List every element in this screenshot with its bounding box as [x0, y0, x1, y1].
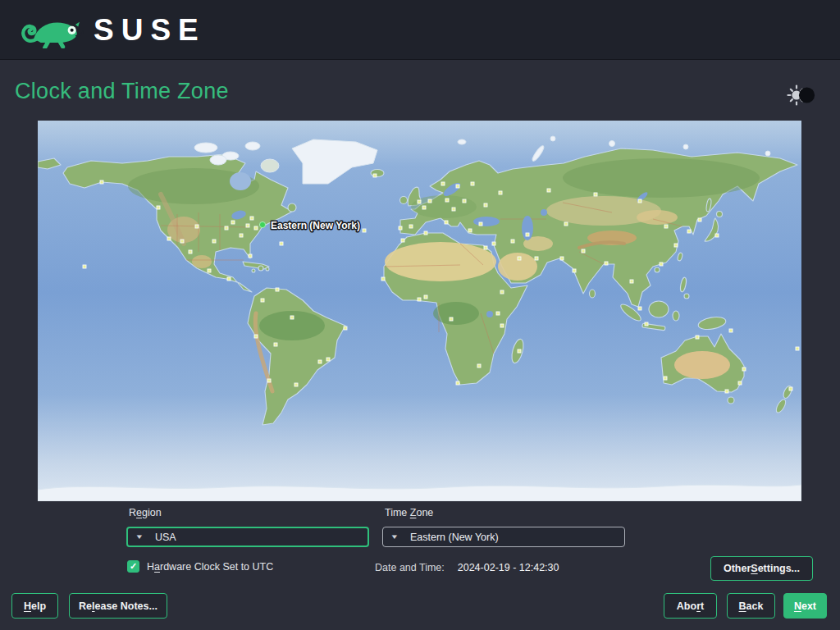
- help-button[interactable]: Help: [11, 593, 58, 619]
- chevron-down-icon: ▼: [135, 533, 144, 541]
- timezone-label: Time Zone: [385, 507, 433, 518]
- datetime-value: 2024-02-19 - 12:42:30: [458, 562, 559, 573]
- timezone-map[interactable]: Eastern (New York): [38, 121, 801, 501]
- timezone-select[interactable]: ▼ Eastern (New York): [382, 527, 625, 547]
- abort-button[interactable]: Abort: [664, 593, 717, 619]
- installer-window: SUSE Clock and Time Zone: [0, 0, 840, 630]
- sun-moon-icon: [787, 84, 818, 107]
- other-settings-button[interactable]: Other Settings...: [710, 556, 813, 581]
- chevron-down-icon: ▼: [390, 533, 399, 541]
- datetime-label: Date and Time:: [375, 562, 445, 573]
- suse-chameleon-icon: [21, 11, 84, 48]
- page-title: Clock and Time Zone: [15, 79, 229, 104]
- timezone-value: Eastern (New York): [410, 532, 499, 543]
- check-icon: ✓: [130, 562, 137, 571]
- selected-zone-dot: [259, 221, 265, 227]
- region-value: USA: [155, 532, 176, 543]
- next-button[interactable]: Next: [783, 593, 827, 619]
- hardware-clock-checkbox[interactable]: ✓: [127, 560, 139, 573]
- back-button[interactable]: Back: [727, 593, 775, 619]
- top-bar: SUSE: [0, 0, 840, 60]
- datetime-row: Date and Time: 2024-02-19 - 12:42:30: [375, 562, 559, 573]
- world-map[interactable]: Eastern (New York): [38, 121, 801, 501]
- release-notes-button[interactable]: Release Notes...: [69, 593, 167, 619]
- brand-wordmark: SUSE: [94, 15, 206, 45]
- hardware-clock-row: ✓ Hardware Clock Set to UTC: [127, 560, 273, 573]
- region-label: Region: [129, 507, 162, 518]
- region-select[interactable]: ▼ USA: [126, 527, 369, 547]
- suse-logo: SUSE: [21, 11, 206, 48]
- theme-toggle-button[interactable]: [787, 84, 818, 107]
- hardware-clock-label[interactable]: Hardware Clock Set to UTC: [147, 561, 273, 573]
- selected-zone-label: Eastern (New York): [271, 220, 360, 231]
